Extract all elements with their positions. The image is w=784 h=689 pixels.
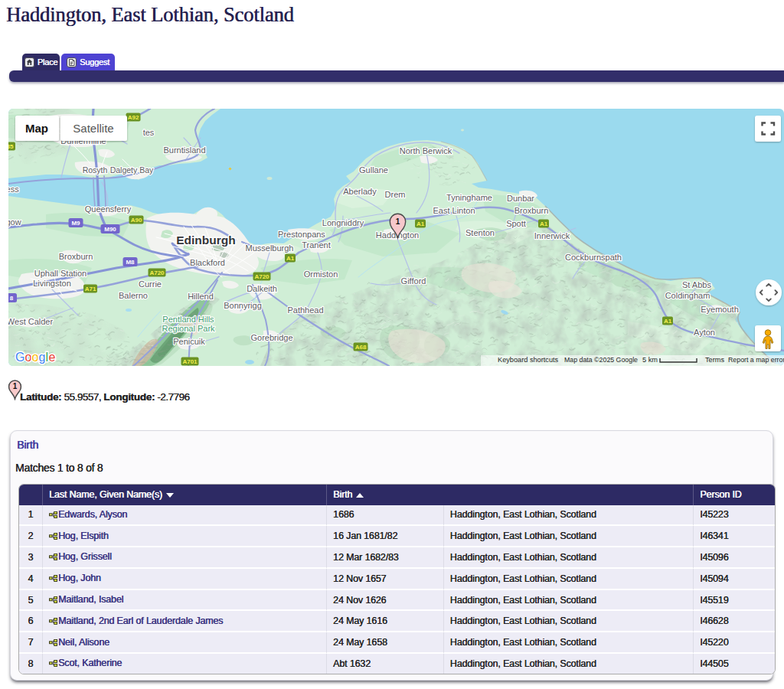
svg-text:Aberlady: Aberlady [343, 187, 377, 196]
svg-text:Dalgety Bay: Dalgety Bay [110, 165, 154, 175]
svg-text:Hillend: Hillend [188, 292, 214, 301]
svg-text:Uphall Station: Uphall Station [34, 269, 87, 278]
svg-text:St Abbs: St Abbs [682, 280, 711, 289]
svg-text:Dalkeith: Dalkeith [247, 284, 277, 293]
svg-text:Queensferry: Queensferry [85, 204, 132, 214]
svg-text:Report a map error: Report a map error [728, 356, 784, 364]
svg-text:A1: A1 [416, 220, 425, 227]
svg-text:A90: A90 [131, 217, 142, 224]
svg-text:Cockburnspath: Cockburnspath [565, 253, 622, 262]
svg-text:Livingston: Livingston [33, 279, 71, 288]
svg-text:G: G [15, 351, 24, 364]
svg-text:Ormiston: Ormiston [304, 269, 338, 279]
svg-text:Satellite: Satellite [73, 122, 113, 135]
svg-text:e: e [49, 351, 56, 364]
svg-text:Balerno: Balerno [119, 291, 148, 300]
svg-text:Map: Map [25, 122, 48, 135]
svg-text:Broxburn: Broxburn [514, 206, 549, 215]
svg-text:Innerwick: Innerwick [534, 231, 570, 240]
svg-text:Currie: Currie [139, 279, 162, 289]
svg-text:g: g [39, 351, 46, 364]
svg-text:West Calder: West Calder [8, 317, 53, 326]
svg-text:A1: A1 [540, 220, 548, 227]
svg-text:Rosyth: Rosyth [83, 165, 108, 175]
svg-text:thgow: thgow [8, 217, 21, 227]
svg-text:Pentland Hills: Pentland Hills [162, 315, 214, 324]
svg-text:North Berwick: North Berwick [400, 146, 452, 155]
svg-text:5 km: 5 km [642, 356, 658, 364]
svg-text:A720: A720 [254, 273, 270, 280]
svg-text:Tranent: Tranent [302, 240, 331, 250]
svg-text:Musselburgh: Musselburgh [246, 243, 294, 253]
svg-text:Keyboard shortcuts: Keyboard shortcuts [498, 356, 559, 364]
svg-text:8: 8 [10, 295, 14, 302]
svg-text:Dunbar: Dunbar [507, 194, 534, 203]
svg-text:Gifford: Gifford [401, 276, 426, 286]
svg-text:A720: A720 [149, 269, 165, 276]
svg-text:Regional Park: Regional Park [162, 324, 215, 333]
svg-text:A92: A92 [128, 114, 139, 121]
svg-text:Gorebridge: Gorebridge [250, 333, 292, 342]
svg-text:Drem: Drem [385, 190, 406, 199]
svg-text:Prestonpans: Prestonpans [278, 230, 325, 239]
svg-text:A701: A701 [182, 358, 198, 365]
svg-text:Edinburgh: Edinburgh [176, 233, 236, 247]
svg-text:Penicuik: Penicuik [173, 337, 205, 346]
svg-text:Map data ©2025 Google: Map data ©2025 Google [564, 356, 638, 364]
svg-text:A71: A71 [85, 286, 96, 292]
svg-text:A1: A1 [286, 255, 295, 262]
svg-text:Coldingham: Coldingham [665, 291, 710, 300]
svg-text:'ness: 'ness [8, 184, 19, 194]
svg-text:Ayton: Ayton [694, 328, 715, 337]
svg-text:M90: M90 [104, 226, 116, 233]
svg-text:1: 1 [13, 382, 18, 390]
svg-text:Stenton: Stenton [466, 228, 495, 237]
svg-text:Bonnyrigg: Bonnyrigg [224, 301, 262, 310]
svg-text:M8: M8 [126, 259, 135, 266]
svg-text:M9: M9 [71, 220, 80, 227]
svg-text:Blackford: Blackford [190, 258, 225, 267]
svg-text:Tyninghame: Tyninghame [446, 193, 492, 202]
svg-text:Broxburn: Broxburn [59, 252, 93, 261]
svg-text:85: 85 [8, 143, 14, 150]
svg-text:Terms: Terms [705, 356, 724, 364]
svg-text:Spott: Spott [506, 219, 526, 228]
svg-text:Pathhead: Pathhead [287, 305, 323, 315]
svg-text:A1: A1 [664, 318, 672, 325]
svg-text:Burntisland: Burntisland [163, 145, 205, 155]
svg-text:Eyemouth: Eyemouth [701, 305, 739, 314]
svg-text:o: o [32, 351, 39, 364]
svg-text:Longniddry: Longniddry [322, 218, 364, 227]
svg-text:tes: tes [143, 128, 155, 137]
svg-text:Gullane: Gullane [359, 165, 388, 175]
svg-text:East Linton: East Linton [433, 206, 475, 215]
svg-text:o: o [25, 351, 32, 364]
svg-text:1: 1 [396, 217, 400, 226]
svg-text:A68: A68 [355, 344, 367, 351]
